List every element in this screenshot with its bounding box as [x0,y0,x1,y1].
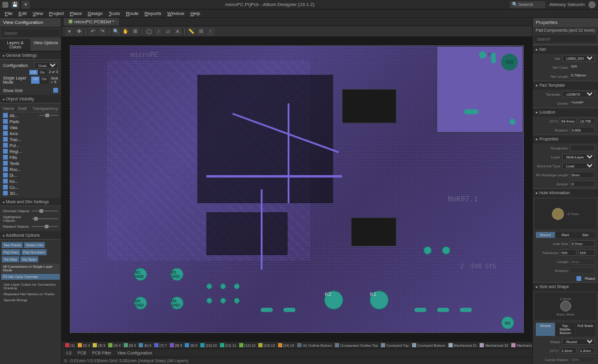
bottom-tab[interactable]: PCB [75,350,89,356]
menu-help[interactable]: Help [188,10,202,17]
objvis-check[interactable] [3,137,8,142]
addl-btn[interactable]: Status Info [24,242,45,248]
stack-full[interactable]: Full Stack [576,323,595,336]
loc-y[interactable] [578,118,595,124]
objvis-check[interactable] [3,149,8,154]
pcb-canvas[interactable]: microPC NoK07.1 2 -5V0 SYS M1 GND M1 GND… [62,37,532,341]
tool-align[interactable]: ⊟ [197,27,205,36]
layer-chip[interactable]: [5] 5 [123,343,138,347]
stack-simple[interactable]: Simple [536,323,555,336]
plated-check[interactable] [576,276,581,281]
tool-select[interactable]: ▾ [65,27,74,36]
tol-n[interactable] [560,249,576,256]
section-mask[interactable]: Mask and Dim Settings [0,198,61,206]
tool-pan[interactable]: ✋ [121,27,130,36]
dropdown-icon[interactable]: ▾ [22,1,30,9]
tool-poly[interactable]: ▱ [164,27,172,36]
tool-zoom[interactable]: 🔍 [112,27,120,36]
menu-tools[interactable]: Tools [106,10,123,17]
layer-chip[interactable]: H1 Outline Bottom [296,343,333,347]
objvis-check[interactable] [3,143,8,148]
menu-project[interactable]: Project [47,10,66,17]
sec-hole[interactable]: Hole information [533,189,598,197]
stack-tmb[interactable]: Top-Middle-Bottom [556,323,575,336]
save-icon[interactable]: 💾 [11,1,19,9]
layer-chip[interactable]: [13] 13 [257,343,276,347]
masked-slider[interactable] [32,226,58,227]
via-k2[interactable]: K2 [324,290,343,310]
layer-chip[interactable]: [2] 2 [77,343,91,347]
layer-chip[interactable]: [9] 9 [184,343,199,347]
menu-design[interactable]: Design [86,10,105,17]
left-search-input[interactable] [2,29,59,36]
holesize-input[interactable] [570,240,595,247]
holelen-input[interactable] [570,258,595,265]
objvis-check[interactable] [3,161,8,166]
etype-select[interactable]: Load [562,163,595,169]
layer-chip[interactable]: [1] [64,343,76,347]
layer-chip[interactable]: [4] 4 [107,343,122,347]
tool-move[interactable]: ✥ [75,27,83,36]
tool-undo[interactable]: ↶ [89,27,97,36]
document-tab[interactable]: microPC.PCBDef * [64,18,119,26]
toggle-on[interactable]: On [38,70,47,75]
layer-chip[interactable]: [11] 11 [219,343,237,347]
size-y[interactable] [578,347,595,354]
bottom-tab[interactable]: LS [64,350,74,356]
shape-select[interactable]: Round [562,338,595,345]
loc-x[interactable] [560,118,576,124]
addl-btn[interactable]: Via Span [20,256,38,262]
objvis-check[interactable] [3,131,8,136]
sec-net[interactable]: Net [533,45,598,54]
layer-chip[interactable]: [14] 14 [277,343,295,347]
layer-chip[interactable]: [8] 8 [169,343,184,347]
layer-chip[interactable]: [6] 6 [138,343,152,347]
tool-redo[interactable]: ↷ [98,27,106,36]
global-search[interactable]: 🔍 Search [509,1,545,8]
layer-chip[interactable]: [7] 7 [153,343,168,347]
tab-layers-colors[interactable]: Layers & Colors [0,39,30,51]
tool-measure[interactable]: 📏 [187,27,196,36]
addl-row[interactable]: Special Strings [1,297,60,303]
menu-edit[interactable]: Edit [16,10,29,17]
layer-chip[interactable]: Mechanical 21 [447,343,478,347]
jumper-input[interactable] [570,181,595,187]
section-addl[interactable]: Additional Options [0,231,61,240]
sec-size[interactable]: Size and Shape [533,283,598,291]
addl-btn[interactable]: Via Nets [2,256,19,262]
objvis-check[interactable] [3,191,8,195]
hole-round[interactable]: Round [536,232,555,238]
menu-route[interactable]: Route [123,10,141,17]
user-avatar[interactable] [588,1,596,8]
cr-input[interactable] [570,356,595,363]
dimmed-slider[interactable] [32,210,58,212]
layer-select[interactable]: Multi-Layer [562,154,595,160]
via-m4b[interactable]: M4 GND [170,296,184,310]
objvis-all-check[interactable] [3,113,8,118]
ppl-input[interactable] [570,172,595,178]
layer-chip[interactable]: Mechanical 23 [510,343,532,347]
via-m4[interactable]: M4 GND [134,296,147,310]
user-name[interactable]: Aleksey Sabunin [549,2,585,7]
objvis-check[interactable] [3,173,8,178]
hole-rect[interactable]: Rect [556,232,575,238]
bottom-tab[interactable]: PCB Filter [90,350,114,356]
objvis-check[interactable] [3,125,8,130]
menu-reports[interactable]: Reports [142,10,164,17]
tool-grid[interactable]: ⊞ [131,27,139,36]
net-select[interactable]: USB3_SSTX_N [562,55,595,62]
objvis-check[interactable] [3,179,8,183]
section-general[interactable]: General Settings [0,51,61,60]
menu-view[interactable]: View [30,10,45,17]
tool-track[interactable]: / [154,27,163,36]
hole-slot[interactable]: Slot [576,232,595,238]
addl-btn[interactable]: F5 Net Color Override [1,274,60,280]
highlighted-slider[interactable] [32,218,58,219]
objvis-check[interactable] [3,155,8,160]
menu-place[interactable]: Place [68,10,84,17]
layer-chip[interactable]: Courtyard Top [380,343,410,347]
via-m2[interactable]: M1 GND [134,268,147,281]
size-x[interactable] [560,347,576,354]
layer-chip[interactable]: Component Outline Top [334,343,379,347]
prop-search-input[interactable] [535,35,596,42]
